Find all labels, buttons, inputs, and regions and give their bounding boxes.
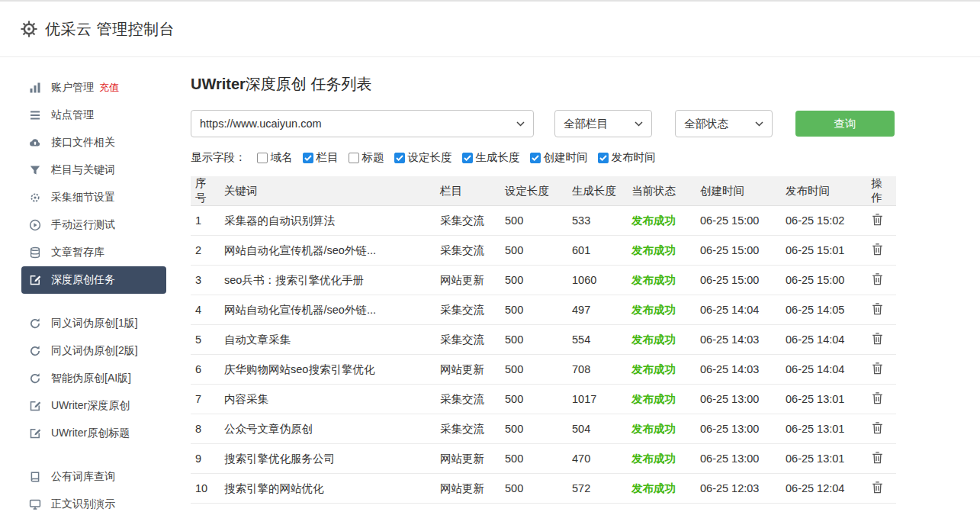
sidebar-item-6[interactable]: 文章暂存库 — [21, 239, 166, 266]
cell-column: 采集交流 — [435, 206, 500, 236]
cell-created: 06-25 14:03 — [696, 325, 781, 355]
cell-actions — [866, 295, 896, 325]
delete-icon[interactable] — [871, 481, 884, 494]
delete-icon[interactable] — [871, 332, 884, 346]
sidebar-item-4[interactable]: 采集细节设置 — [21, 184, 166, 211]
table-row: 3seo兵书：搜索引擎优化手册网站更新5001060发布成功06-25 15:0… — [191, 266, 896, 295]
status-select-value: 全部状态 — [684, 117, 728, 131]
filter-icon — [29, 164, 41, 176]
checkbox-icon — [462, 153, 473, 163]
cell-no: 7 — [191, 385, 220, 414]
cell-actions — [866, 206, 896, 236]
sidebar-item-label: 深度原创任务 — [51, 273, 115, 287]
edit-icon — [29, 274, 41, 286]
cell-no: 9 — [191, 444, 220, 474]
delete-icon[interactable] — [871, 391, 884, 405]
edit-icon — [29, 400, 41, 412]
cell-keyword: 庆华购物网站seo搜索引擎优化 — [220, 355, 435, 385]
delete-icon[interactable] — [871, 362, 884, 375]
cell-column: 采集交流 — [435, 295, 500, 325]
refresh-icon — [29, 372, 41, 385]
field-checkbox-label: 设定长度 — [408, 150, 452, 165]
cell-no: 2 — [191, 236, 220, 266]
cell-published: 06-25 15:00 — [781, 266, 866, 295]
cell-keyword: 采集器的自动识别算法 — [220, 206, 435, 236]
cell-column: 采集交流 — [435, 414, 500, 444]
delete-icon[interactable] — [871, 213, 884, 227]
cell-status: 发布成功 — [627, 474, 696, 504]
cell-published: 06-25 14:04 — [781, 325, 866, 355]
sidebar-item-label: 账户管理 — [51, 81, 94, 95]
delete-icon[interactable] — [871, 421, 884, 435]
field-checkbox-3[interactable]: 设定长度 — [394, 150, 452, 165]
cell-created: 06-25 15:00 — [696, 236, 781, 266]
sidebar-item-1[interactable]: 站点管理 — [21, 101, 166, 129]
sidebar-item-label: 栏目与关键词 — [51, 163, 115, 177]
site-select[interactable]: https://www.ucaiyun.com — [191, 110, 534, 137]
column-select[interactable]: 全部栏目 — [554, 110, 652, 137]
cell-published: 06-25 13:01 — [781, 414, 866, 444]
sidebar-item-14[interactable]: 正文识别演示 — [21, 491, 166, 512]
field-checkbox-5[interactable]: 创建时间 — [530, 150, 588, 165]
cell-no: 5 — [191, 325, 220, 355]
cell-column: 网站更新 — [435, 266, 500, 295]
sidebar-item-11[interactable]: UWriter深度原创 — [21, 392, 166, 420]
column-header-4: 生成长度 — [567, 176, 627, 206]
cell-created: 06-25 14:03 — [696, 355, 781, 385]
sidebar-item-0[interactable]: 账户管理充值 — [21, 74, 166, 101]
cell-gen_len: 708 — [567, 355, 627, 385]
recharge-badge[interactable]: 充值 — [99, 81, 119, 95]
cell-created: 06-25 12:03 — [696, 474, 781, 504]
cell-actions — [866, 355, 896, 385]
sidebar-item-2[interactable]: 接口文件相关 — [21, 129, 166, 156]
gears-icon — [29, 192, 41, 204]
field-checkbox-4[interactable]: 生成长度 — [462, 150, 520, 165]
sidebar-item-8[interactable]: 同义词伪原创[1版] — [21, 310, 166, 337]
cell-actions — [866, 444, 896, 474]
status-select[interactable]: 全部状态 — [675, 110, 773, 137]
delete-icon[interactable] — [871, 451, 884, 465]
sidebar-item-9[interactable]: 同义词伪原创[2版] — [21, 337, 166, 365]
cell-created: 06-25 13:00 — [696, 414, 781, 444]
cell-status: 发布成功 — [627, 385, 696, 414]
delete-icon[interactable] — [871, 302, 884, 316]
delete-icon[interactable] — [871, 243, 884, 256]
table-row: 9搜索引擎优化服务公司网站更新500470发布成功06-25 13:0006-2… — [191, 444, 896, 474]
sidebar-item-5[interactable]: 手动运行测试 — [21, 211, 166, 239]
cell-created: 06-25 13:00 — [696, 444, 781, 474]
column-header-5: 当前状态 — [627, 176, 696, 206]
sidebar-item-12[interactable]: UWriter原创标题 — [21, 420, 166, 447]
cell-gen_len: 601 — [567, 236, 627, 266]
cell-status: 发布成功 — [627, 206, 696, 236]
column-select-value: 全部栏目 — [564, 117, 608, 131]
cell-actions — [866, 474, 896, 504]
query-button[interactable]: 查询 — [795, 111, 895, 137]
field-checkbox-1[interactable]: 栏目 — [303, 150, 339, 165]
cell-no: 10 — [191, 474, 220, 504]
column-header-6: 创建时间 — [696, 176, 781, 206]
cell-keyword: seo兵书：搜索引擎优化手册 — [220, 266, 435, 295]
sidebar-item-3[interactable]: 栏目与关键词 — [21, 156, 166, 184]
column-header-3: 设定长度 — [500, 176, 567, 206]
sidebar-item-10[interactable]: 智能伪原创[AI版] — [21, 365, 166, 392]
field-checkbox-2[interactable]: 标题 — [349, 150, 384, 165]
sidebar-item-13[interactable]: 公有词库查询 — [21, 463, 166, 491]
field-checkbox-0[interactable]: 域名 — [257, 150, 293, 165]
chevron-down-icon — [635, 121, 643, 127]
table-row: 4网站自动化宣传机器/seo外链...采集交流500497发布成功06-25 1… — [191, 295, 896, 325]
chevron-down-icon — [755, 121, 763, 127]
delete-icon[interactable] — [871, 272, 884, 286]
cell-set_len: 500 — [500, 295, 567, 325]
cloud-upload-icon — [29, 137, 41, 149]
field-checkbox-label: 标题 — [362, 150, 384, 165]
sidebar-item-7[interactable]: 深度原创任务 — [21, 266, 166, 294]
cell-published: 06-25 12:04 — [781, 474, 866, 504]
cell-actions — [866, 414, 896, 444]
task-table: 序号关键词栏目设定长度生成长度当前状态创建时间发布时间操作 1采集器的自动识别算… — [191, 176, 896, 504]
cell-published: 06-25 13:01 — [781, 385, 866, 414]
column-header-2: 栏目 — [435, 176, 500, 206]
cell-set_len: 500 — [500, 266, 567, 295]
site-select-value: https://www.ucaiyun.com — [200, 118, 322, 130]
field-checkbox-6[interactable]: 发布时间 — [598, 150, 656, 165]
field-checkbox-label: 栏目 — [316, 150, 339, 165]
